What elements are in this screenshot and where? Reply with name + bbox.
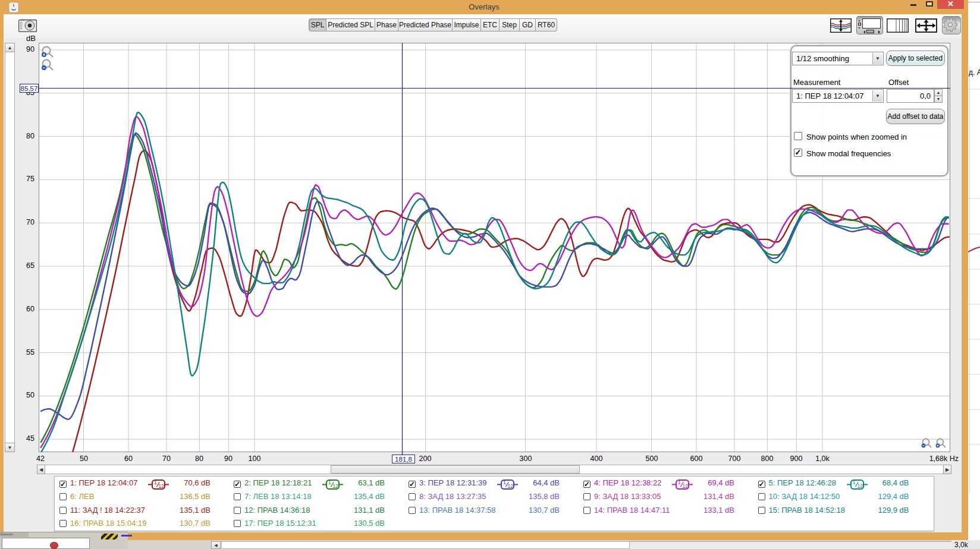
svg-text:д. Ах: д. Ах	[969, 68, 980, 77]
svg-text:1: 1	[328, 479, 331, 485]
svg-text:12: 12	[683, 483, 689, 489]
svg-text:1: 1	[154, 479, 157, 485]
svg-text:1: 1	[503, 479, 506, 485]
svg-text:12: 12	[333, 483, 339, 489]
svg-text:12: 12	[857, 483, 863, 489]
svg-text:12: 12	[508, 483, 514, 489]
svg-text:1: 1	[853, 479, 856, 485]
svg-text:1: 1	[678, 479, 681, 485]
svg-text:12: 12	[159, 483, 165, 489]
